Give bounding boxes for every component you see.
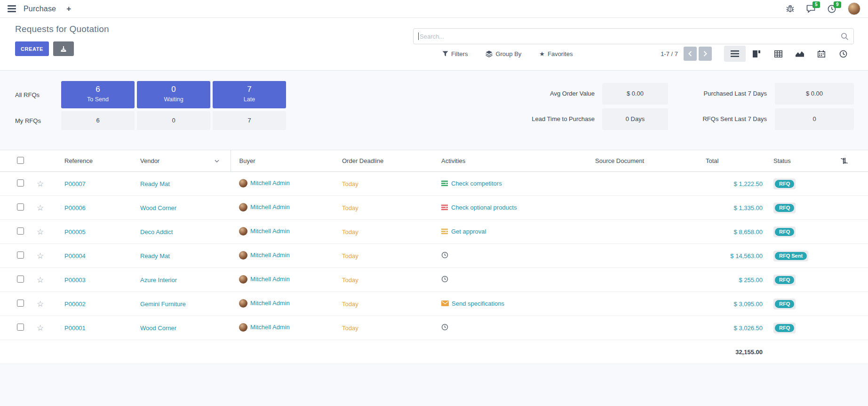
row-checkbox[interactable] bbox=[17, 324, 24, 331]
buyer-name: Mitchell Admin bbox=[250, 203, 290, 211]
view-list-button[interactable] bbox=[724, 46, 746, 62]
table-row[interactable]: ☆ P00007 Ready Mat Mitchell Admin Today … bbox=[0, 172, 868, 196]
reference-link: P00006 bbox=[64, 204, 86, 211]
favorite-star-icon[interactable]: ☆ bbox=[37, 203, 44, 212]
favorites-button[interactable]: ★ Favorites bbox=[539, 50, 573, 57]
create-button[interactable]: CREATE bbox=[15, 41, 49, 56]
row-checkbox[interactable] bbox=[17, 300, 24, 307]
favorite-star-icon[interactable]: ☆ bbox=[37, 179, 44, 188]
column-header-total[interactable]: Total bbox=[706, 150, 767, 172]
kpi-lead-time-label: Lead Time to Purchase bbox=[454, 108, 595, 130]
filters-button[interactable]: Filters bbox=[442, 50, 468, 57]
row-checkbox[interactable] bbox=[17, 203, 24, 211]
activity-list-icon bbox=[441, 204, 448, 211]
top-navbar: Purchase + 5 9 bbox=[0, 0, 868, 18]
column-header-activities[interactable]: Activities bbox=[433, 150, 587, 172]
view-graph-button[interactable] bbox=[789, 46, 811, 62]
total-amount: $ 1,222.50 bbox=[734, 180, 763, 187]
app-name[interactable]: Purchase bbox=[24, 5, 56, 13]
favorite-star-icon[interactable]: ☆ bbox=[37, 324, 44, 333]
table-row[interactable]: ☆ P00001 Wood Corner Mitchell Admin Toda… bbox=[0, 316, 868, 340]
debug-bug-icon[interactable] bbox=[786, 5, 795, 13]
apps-menu-icon[interactable] bbox=[8, 5, 16, 12]
table-row[interactable]: ☆ P00003 Azure Interior Mitchell Admin T… bbox=[0, 268, 868, 292]
view-calendar-button[interactable] bbox=[811, 46, 832, 62]
activity-cell[interactable]: Check optional products bbox=[441, 204, 517, 211]
activity-cell[interactable] bbox=[441, 324, 451, 331]
table-row[interactable]: ☆ P00002 Gemini Furniture Mitchell Admin… bbox=[0, 292, 868, 316]
buyer-name: Mitchell Admin bbox=[250, 227, 290, 235]
column-header-reference[interactable]: Reference bbox=[54, 150, 132, 172]
favorites-label: Favorites bbox=[548, 50, 573, 57]
status-badge: RFQ bbox=[773, 203, 796, 213]
view-activity-button[interactable] bbox=[832, 46, 854, 62]
total-amount: $ 255.00 bbox=[739, 276, 763, 284]
stat-late-label: Late bbox=[213, 96, 286, 103]
activity-cell[interactable] bbox=[441, 252, 451, 259]
buyer-name: Mitchell Admin bbox=[250, 252, 290, 259]
row-checkbox[interactable] bbox=[17, 276, 24, 283]
stat-late[interactable]: 7 Late bbox=[213, 81, 286, 108]
favorite-star-icon[interactable]: ☆ bbox=[37, 252, 44, 260]
status-badge: RFQ bbox=[773, 323, 796, 333]
pager-previous-button[interactable] bbox=[684, 47, 697, 61]
buyer-avatar bbox=[239, 227, 247, 235]
buyer-avatar bbox=[239, 275, 247, 284]
user-avatar[interactable] bbox=[848, 2, 860, 15]
stat-my-to-send[interactable]: 6 bbox=[61, 111, 135, 130]
export-button[interactable] bbox=[53, 41, 74, 56]
chevron-down-icon bbox=[215, 160, 219, 162]
table-row[interactable]: ☆ P00006 Wood Corner Mitchell Admin Toda… bbox=[0, 196, 868, 220]
activity-cell[interactable]: Send specifications bbox=[441, 300, 504, 307]
pager-next-button[interactable] bbox=[699, 47, 712, 61]
favorite-star-icon[interactable]: ☆ bbox=[37, 300, 44, 309]
activity-cell[interactable]: Get approval bbox=[441, 228, 486, 235]
column-header-vendor[interactable]: Vendor bbox=[132, 150, 231, 172]
messages-icon[interactable]: 5 bbox=[806, 4, 816, 13]
search-input[interactable] bbox=[420, 33, 841, 40]
optional-columns-button[interactable] bbox=[833, 150, 868, 172]
row-checkbox[interactable] bbox=[17, 227, 24, 235]
group-by-button[interactable]: Group By bbox=[486, 50, 521, 57]
status-badge: RFQ bbox=[773, 227, 796, 237]
column-header-source-document[interactable]: Source Document bbox=[587, 150, 706, 172]
kpi-purchased-7days: $ 0.00 bbox=[775, 83, 854, 105]
calendar-view-icon bbox=[818, 50, 825, 57]
favorites-star-icon: ★ bbox=[539, 51, 545, 57]
activities-clock-icon[interactable]: 9 bbox=[827, 4, 836, 14]
column-header-order-deadline[interactable]: Order Deadline bbox=[334, 150, 433, 172]
stat-waiting-count: 0 bbox=[137, 85, 210, 94]
chevron-left-icon bbox=[688, 51, 692, 57]
view-kanban-button[interactable] bbox=[746, 46, 767, 62]
select-all-checkbox[interactable] bbox=[17, 157, 24, 164]
column-header-buyer[interactable]: Buyer bbox=[231, 150, 334, 172]
status-badge-label: RFQ bbox=[775, 204, 794, 212]
status-badge: RFQ bbox=[773, 179, 796, 189]
favorite-star-icon[interactable]: ☆ bbox=[37, 276, 44, 284]
stat-my-late[interactable]: 7 bbox=[213, 111, 286, 130]
new-tab-plus-icon[interactable]: + bbox=[66, 4, 71, 14]
table-header-row: Reference Vendor Buyer Order Deadline Ac… bbox=[0, 150, 868, 172]
table-row[interactable]: ☆ P00004 Ready Mat Mitchell Admin Today … bbox=[0, 244, 868, 268]
buyer-avatar bbox=[239, 323, 247, 332]
buyer-name: Mitchell Admin bbox=[250, 324, 290, 331]
activity-cell[interactable]: Check competitors bbox=[441, 180, 502, 187]
stat-my-waiting[interactable]: 0 bbox=[137, 111, 210, 130]
table-row[interactable]: ☆ P00005 Deco Addict Mitchell Admin Toda… bbox=[0, 220, 868, 244]
activity-clock-icon bbox=[441, 324, 448, 331]
buyer-avatar bbox=[239, 203, 247, 211]
stat-waiting[interactable]: 0 Waiting bbox=[137, 81, 210, 108]
all-rfqs-label: All RFQs bbox=[15, 91, 40, 98]
favorite-star-icon[interactable]: ☆ bbox=[37, 227, 44, 236]
row-checkbox[interactable] bbox=[17, 252, 24, 259]
stat-to-send[interactable]: 6 To Send bbox=[61, 81, 135, 108]
column-header-status[interactable]: Status bbox=[767, 150, 833, 172]
kanban-view-icon bbox=[753, 50, 760, 57]
control-panel: Requests for Quotation CREATE Filters bbox=[0, 18, 868, 71]
activity-label: Check optional products bbox=[451, 204, 517, 211]
vendor-link: Wood Corner bbox=[140, 204, 176, 211]
row-checkbox[interactable] bbox=[17, 179, 24, 187]
view-pivot-button[interactable] bbox=[767, 46, 789, 62]
text-caret bbox=[418, 32, 419, 40]
activity-cell[interactable] bbox=[441, 276, 451, 283]
